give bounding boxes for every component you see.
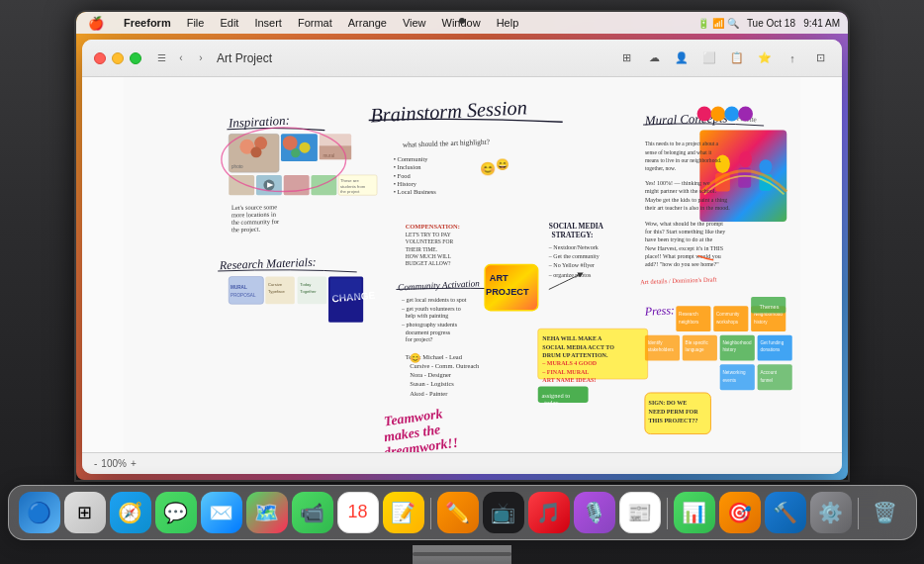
dock-trash[interactable]: 🗑️ [865, 492, 906, 533]
expand-btn[interactable]: ⊡ [810, 48, 830, 68]
svg-text:students from: students from [340, 184, 366, 189]
tool-btn-1[interactable]: ⊞ [616, 48, 636, 68]
svg-text:Press:: Press: [643, 303, 675, 319]
svg-point-8 [283, 136, 298, 150]
dock-facetime[interactable]: 📹 [292, 492, 333, 533]
close-button[interactable] [94, 52, 106, 64]
svg-text:This needs to be a project abo: This needs to be a project about a [645, 141, 719, 146]
svg-text:today: today [544, 399, 559, 406]
dock-tv[interactable]: 📺 [483, 492, 524, 533]
dock-podcasts[interactable]: 🎙️ [574, 492, 615, 533]
menu-bar-left: 🍎 Freeform File Edit Insert Format Arran… [84, 16, 522, 31]
canvas-area[interactable]: Inspiration: photo [82, 77, 842, 452]
svg-text:😊: 😊 [410, 352, 421, 364]
svg-text:• Local Business: • Local Business [394, 188, 437, 195]
fullscreen-button[interactable] [130, 52, 141, 64]
dock-keynote[interactable]: 🎯 [719, 492, 761, 533]
zoom-minus[interactable]: - [94, 458, 97, 469]
svg-text:mural: mural [323, 153, 334, 158]
menu-bar-right: 🔋 📶 🔍 Tue Oct 18 9:41 AM [697, 18, 840, 29]
dock-numbers[interactable]: 📊 [674, 492, 715, 533]
svg-text:sense of belonging and what it: sense of belonging and what it [645, 149, 712, 155]
svg-text:– Get the community: – Get the community [548, 253, 600, 259]
view-menu[interactable]: View [399, 17, 430, 29]
share-btn[interactable]: ↑ [783, 48, 802, 68]
svg-text:– MURALS 4 GOOD: – MURALS 4 GOOD [541, 360, 598, 366]
forward-button[interactable]: › [193, 50, 209, 66]
help-menu[interactable]: Help [493, 17, 523, 29]
svg-text:SOCIAL MEDIA: SOCIAL MEDIA [549, 222, 604, 231]
tool-btn-2[interactable]: ☁ [644, 48, 664, 68]
dock-news[interactable]: 📰 [619, 492, 661, 533]
svg-point-103 [710, 107, 725, 122]
svg-text:the project: the project [340, 189, 360, 194]
dock-freeform[interactable]: ✏️ [437, 492, 479, 533]
svg-text:Neighborhood: Neighborhood [722, 340, 751, 345]
dock-mail[interactable]: ✉️ [201, 492, 242, 533]
camera-dot [459, 18, 465, 24]
back-button[interactable]: ‹ [173, 50, 189, 66]
svg-text:document progress: document progress [406, 329, 451, 335]
svg-rect-16 [284, 175, 310, 195]
macbook-shell: 🍎 Freeform File Edit Insert Format Arran… [0, 0, 924, 564]
dock-finder[interactable]: 🔵 [19, 492, 60, 533]
edit-menu[interactable]: Edit [216, 17, 242, 29]
svg-text:SIGN: DO WE: SIGN: DO WE [649, 400, 688, 406]
dock-xcode[interactable]: 🔨 [765, 492, 806, 533]
svg-point-102 [697, 107, 712, 122]
sidebar-toggle[interactable]: ☰ [153, 50, 169, 66]
svg-text:language: language [686, 347, 704, 352]
svg-text:funnel: funnel [760, 378, 773, 383]
canvas-svg: Inspiration: photo [82, 77, 842, 452]
dock-separator-3 [858, 498, 859, 529]
svg-text:workshops: workshops [716, 320, 739, 325]
svg-text:Themes: Themes [759, 304, 779, 310]
svg-text:THEIR TIME.: THEIR TIME. [406, 246, 438, 252]
dock-maps[interactable]: 🗺️ [246, 492, 288, 533]
settings-btn[interactable]: ⭐ [755, 48, 775, 68]
svg-text:Community: Community [716, 312, 740, 317]
svg-point-104 [724, 107, 739, 122]
svg-text:Ble specific: Ble specific [686, 340, 709, 345]
svg-text:STRATEGY:: STRATEGY: [552, 231, 594, 239]
window-title: Art Project [217, 51, 272, 65]
file-menu[interactable]: File [183, 17, 209, 29]
dock-safari[interactable]: 🧭 [110, 492, 151, 533]
svg-text:• Inclusion: • Inclusion [394, 163, 422, 170]
dock-messages[interactable]: 💬 [155, 492, 197, 533]
freeform-window: ☰ ‹ › Art Project ⊞ ☁ 👤 ⬜ 📋 ⭐ ↑ ⊡ [82, 40, 842, 474]
keyboard-area [413, 545, 511, 564]
dock-notes[interactable]: 📝 [383, 492, 424, 533]
insert-menu[interactable]: Insert [250, 17, 286, 29]
svg-text:NEED PERM FOR: NEED PERM FOR [649, 409, 699, 415]
svg-point-105 [738, 107, 753, 122]
svg-point-5 [250, 146, 261, 157]
dock-music[interactable]: 🎵 [528, 492, 570, 533]
dock-calendar[interactable]: 18 [337, 492, 379, 533]
tool-btn-5[interactable]: 📋 [727, 48, 747, 68]
screen-bezel: 🍎 Freeform File Edit Insert Format Arran… [76, 12, 848, 480]
dock-separator-1 [430, 498, 431, 529]
format-menu[interactable]: Format [294, 17, 336, 29]
svg-text:the community for: the community for [231, 218, 280, 226]
svg-text:Today: Today [300, 282, 312, 287]
svg-rect-41 [330, 278, 361, 298]
arrange-menu[interactable]: Arrange [344, 17, 391, 29]
minimize-button[interactable] [112, 52, 124, 64]
apple-menu[interactable]: 🍎 [84, 16, 108, 31]
svg-text:ART NAME IDEAS!: ART NAME IDEAS! [542, 377, 596, 383]
tool-btn-3[interactable]: 👤 [672, 48, 692, 68]
dock-launchpad[interactable]: ⊞ [64, 492, 106, 533]
svg-text:Together: Together [300, 289, 317, 294]
tool-btn-4[interactable]: ⬜ [699, 48, 719, 68]
app-name-menu[interactable]: Freeform [120, 17, 175, 29]
svg-text:for this? Start something like: for this? Start something like they [645, 229, 726, 235]
bottom-bar: - 100% + [82, 452, 842, 474]
svg-text:neighbors: neighbors [679, 320, 699, 325]
dock-system-prefs[interactable]: ⚙️ [810, 492, 852, 533]
svg-text:MURAL: MURAL [231, 285, 247, 290]
title-bar: ☰ ‹ › Art Project ⊞ ☁ 👤 ⬜ 📋 ⭐ ↑ ⊡ [82, 40, 842, 77]
traffic-lights [94, 52, 141, 64]
zoom-plus[interactable]: + [131, 458, 137, 469]
svg-text:Wow, what should be the prompt: Wow, what should be the prompt [645, 221, 723, 227]
